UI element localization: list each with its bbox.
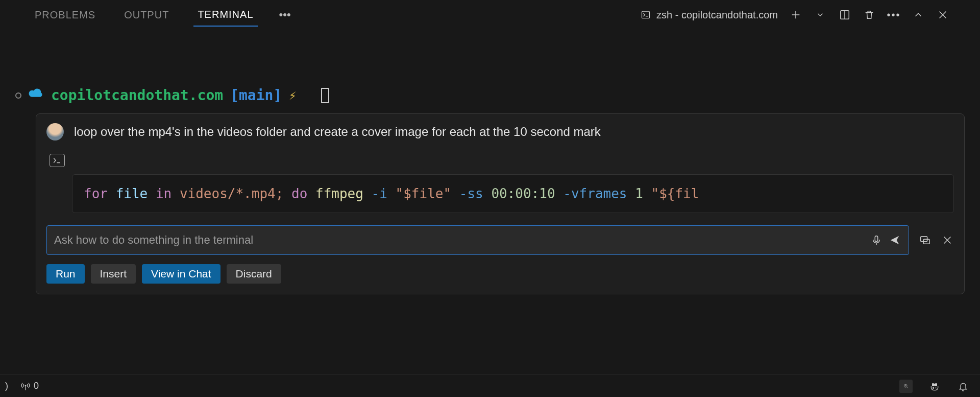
svg-rect-0 xyxy=(642,11,650,18)
terminal-cursor xyxy=(321,88,329,103)
kill-terminal-icon[interactable] xyxy=(863,8,876,21)
new-terminal-icon[interactable] xyxy=(789,8,802,21)
close-panel-icon[interactable] xyxy=(936,8,949,21)
terminal-icon xyxy=(50,154,65,167)
copilot-action-row: Run Insert View in Chat Discard xyxy=(46,264,954,284)
mic-icon[interactable] xyxy=(870,233,883,247)
avatar xyxy=(46,123,64,141)
lightning-icon: ⚡ xyxy=(289,88,296,103)
status-bar: ) 0 xyxy=(0,375,980,397)
view-in-chat-button[interactable]: View in Chat xyxy=(142,264,220,284)
svg-point-7 xyxy=(933,387,934,388)
terminal-title[interactable]: zsh - copilotcandothat.com xyxy=(639,8,778,21)
zoom-in-icon[interactable] xyxy=(899,380,913,393)
status-ports-count: 0 xyxy=(34,381,39,391)
run-button[interactable]: Run xyxy=(46,264,85,284)
tab-problems[interactable]: PROBLEMS xyxy=(31,4,100,26)
cloud-icon xyxy=(29,87,44,104)
copilot-ask-field[interactable] xyxy=(54,233,865,247)
copilot-user-message: loop over the mp4's in the videos folder… xyxy=(74,125,601,139)
bell-icon[interactable] xyxy=(957,380,970,393)
status-ports[interactable]: 0 xyxy=(20,381,39,391)
send-icon[interactable] xyxy=(888,233,901,247)
copilot-user-row: loop over the mp4's in the videos folder… xyxy=(46,123,954,141)
terminal-title-text: zsh - copilotcandothat.com xyxy=(656,9,778,21)
copilot-status-icon[interactable] xyxy=(928,380,941,393)
panel-tab-bar: PROBLEMS OUTPUT TERMINAL ••• zsh - copil… xyxy=(0,0,980,30)
terminal-toolbar: zsh - copilotcandothat.com ••• xyxy=(639,0,949,30)
copilot-input-row xyxy=(46,225,954,255)
maximize-panel-icon[interactable] xyxy=(912,8,925,21)
tab-terminal[interactable]: TERMINAL xyxy=(193,4,257,27)
feedback-icon[interactable] xyxy=(918,233,932,247)
split-terminal-icon[interactable] xyxy=(838,8,851,21)
tab-overflow-icon[interactable]: ••• xyxy=(275,8,295,21)
svg-point-8 xyxy=(936,387,937,388)
copilot-terminal-panel: loop over the mp4's in the videos folder… xyxy=(36,113,965,294)
discard-button[interactable]: Discard xyxy=(227,264,281,284)
terminal-icon xyxy=(639,8,652,21)
prompt-status-icon xyxy=(15,92,21,99)
prompt-branch: [main] xyxy=(230,87,282,104)
panel-overflow-icon[interactable]: ••• xyxy=(887,8,900,21)
insert-button[interactable]: Insert xyxy=(91,264,136,284)
tab-output[interactable]: OUTPUT xyxy=(120,4,173,26)
prompt-cwd: copilotcandothat.com xyxy=(51,87,223,104)
radio-tower-icon xyxy=(20,381,31,391)
svg-rect-2 xyxy=(875,236,878,242)
copilot-ask-input[interactable] xyxy=(46,225,909,255)
close-copilot-icon[interactable] xyxy=(941,233,954,247)
shell-prompt: copilotcandothat.com [main] ⚡ xyxy=(15,87,965,104)
terminal-profiles-chevron-icon[interactable] xyxy=(814,8,827,21)
copilot-code-suggestion[interactable]: for file in videos/*.mp4; do ffmpeg -i "… xyxy=(72,174,954,213)
status-left-indicator[interactable]: ) xyxy=(5,381,8,391)
